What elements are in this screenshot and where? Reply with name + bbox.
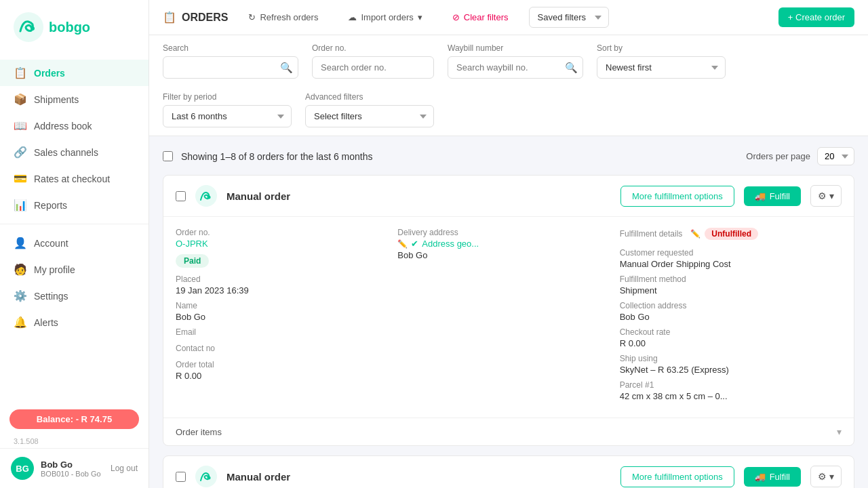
sidebar-item-settings[interactable]: ⚙️ Settings (0, 283, 149, 309)
address-geo-row: ✏️ ✔ Address geo... (397, 239, 619, 249)
order-total-label: Order total (176, 360, 397, 369)
fulfillment-edit-icon[interactable]: ✏️ (690, 229, 701, 239)
advanced-label: Advanced filters (305, 92, 434, 102)
manual-order-logo-2 (195, 466, 217, 487)
order-settings-button-1[interactable]: ⚙ ▾ (810, 185, 842, 207)
sidebar-item-orders[interactable]: 📋 Orders (0, 60, 149, 86)
fulfill-button-1[interactable]: 🚚 Fulfill (744, 186, 801, 206)
select-all-checkbox[interactable] (163, 151, 173, 161)
checkout-rate-label: Checkout rate (620, 327, 842, 337)
search-input[interactable] (163, 56, 298, 79)
order-no-value[interactable]: O-JPRK (176, 239, 397, 249)
customer-requested-field: Customer requested Manual Order Shipping… (620, 248, 842, 269)
orders-area: Showing 1–8 of 8 orders for the last 6 m… (149, 136, 868, 488)
sidebar-item-alerts[interactable]: 🔔 Alerts (0, 309, 149, 336)
order-no-field-label: Order no. (176, 228, 397, 237)
sidebar-item-alerts-label: Alerts (34, 317, 58, 328)
import-orders-button[interactable]: ☁ Import orders ▾ (338, 7, 431, 27)
topbar: 📋 ORDERS ↻ Refresh orders ☁ Import order… (149, 0, 868, 35)
per-page-label: Orders per page (746, 151, 810, 161)
saved-filters-select[interactable]: Saved filters (529, 7, 609, 28)
fulfill-button-2[interactable]: 🚚 Fulfill (744, 467, 801, 487)
order-checkbox-2[interactable] (176, 472, 186, 482)
fulfill-icon: 🚚 (755, 191, 766, 201)
sidebar-item-my-profile-label: My profile (34, 264, 75, 275)
order-checkbox-1[interactable] (176, 191, 186, 201)
collection-address-field: Collection address Bob Go (620, 301, 842, 322)
order-total-field: Order total R 0.00 (176, 360, 397, 381)
waybill-input[interactable] (448, 56, 583, 79)
order-card-2: Manual order More fulfillment options 🚚 … (163, 455, 854, 488)
email-label: Email (176, 327, 397, 337)
fulfill-label-2: Fulfill (770, 472, 790, 482)
customer-requested-label: Customer requested (620, 248, 842, 258)
orders-icon: 📋 (14, 66, 27, 79)
sidebar-item-my-profile[interactable]: 🧑 My profile (0, 256, 149, 283)
per-page-wrap: Orders per page 20 10 50 (746, 147, 854, 165)
sort-select[interactable]: Newest first Oldest first (597, 56, 726, 79)
my-profile-icon: 🧑 (14, 263, 27, 276)
order-no-group: Order no. (312, 43, 434, 79)
import-icon: ☁ (348, 12, 357, 22)
sidebar-item-rates-at-checkout[interactable]: 💳 Rates at checkout (0, 165, 149, 192)
more-fulfillment-options-button-2[interactable]: More fulfillment options (620, 466, 734, 487)
ship-using-field: Ship using SkyNet – R 63.25 (Express) (620, 354, 842, 375)
sidebar-item-sales-channels-label: Sales channels (34, 147, 98, 158)
sidebar: bobgo 📋 Orders 📦 Shipments 📖 Address boo… (0, 0, 149, 488)
order-no-input[interactable] (312, 56, 434, 79)
customer-requested-value: Manual Order Shipping Cost (620, 259, 842, 269)
delivery-edit-icon[interactable]: ✏️ (397, 239, 408, 249)
per-page-select[interactable]: 20 10 50 (817, 147, 854, 165)
sidebar-item-shipments[interactable]: 📦 Shipments (0, 86, 149, 113)
order-no-label: Order no. (312, 43, 434, 53)
second-filter-row: Filter by period Last 6 months Last 3 mo… (163, 92, 854, 127)
delivery-name-value: Bob Go (397, 250, 619, 260)
order-settings-button-2[interactable]: ⚙ ▾ (810, 466, 842, 487)
sidebar-item-reports[interactable]: 📊 Reports (0, 192, 149, 218)
collection-address-label: Collection address (620, 301, 842, 310)
search-wrap: 🔍 (163, 56, 298, 79)
advanced-filters-select[interactable]: Select filters (305, 105, 434, 127)
page-title-text: ORDERS (182, 12, 228, 24)
filters-row: Search 🔍 Order no. Waybill number 🔍 Sort… (149, 35, 868, 136)
order-items-row-1[interactable]: Order items ▾ (163, 418, 854, 445)
sidebar-navigation: 📋 Orders 📦 Shipments 📖 Address book 🔗 Sa… (0, 54, 149, 404)
fulfillment-status-badge: Unfulfilled (705, 228, 758, 240)
address-geo-link[interactable]: Address geo... (422, 239, 479, 249)
email-field-row: Email (176, 327, 397, 338)
paid-badge: Paid (176, 254, 209, 268)
create-order-button[interactable]: + Create order (778, 7, 854, 27)
alerts-icon: 🔔 (14, 316, 27, 329)
advanced-filters-group: Advanced filters Select filters (305, 92, 434, 127)
more-fulfillment-options-button-1[interactable]: More fulfillment options (620, 186, 734, 207)
sidebar-item-account[interactable]: 👤 Account (0, 230, 149, 256)
sidebar-item-address-book[interactable]: 📖 Address book (0, 113, 149, 139)
order-items-label: Order items (176, 427, 222, 437)
settings-chevron-icon: ▾ (829, 190, 834, 201)
period-select[interactable]: Last 6 months Last 3 months Last month (163, 105, 292, 127)
ship-using-label: Ship using (620, 354, 842, 363)
sidebar-logo: bobgo (0, 0, 149, 54)
clear-filters-button[interactable]: ⊘ Clear filters (443, 7, 518, 27)
clear-label: Clear filters (464, 12, 509, 22)
sidebar-item-settings-label: Settings (34, 291, 68, 302)
sales-channels-icon: 🔗 (14, 146, 27, 159)
refresh-label: Refresh orders (260, 12, 318, 22)
waybill-wrap: 🔍 (448, 56, 583, 79)
svg-point-4 (195, 466, 217, 487)
order-details-col: Order no. O-JPRK Paid Placed 19 Jan 2023… (176, 228, 397, 407)
sidebar-item-sales-channels[interactable]: 🔗 Sales channels (0, 139, 149, 165)
placed-field: Placed 19 Jan 2023 16:39 (176, 274, 397, 296)
gear-icon-2: ⚙ (818, 471, 827, 482)
fulfill-icon-2: 🚚 (755, 472, 766, 482)
svg-point-0 (14, 12, 43, 42)
logout-link[interactable]: Log out (111, 464, 138, 473)
sidebar-item-account-label: Account (34, 238, 68, 249)
search-icon-button[interactable]: 🔍 (280, 62, 293, 74)
sort-label: Sort by (597, 43, 726, 53)
user-info: Bob Go BOB010 - Bob Go (41, 460, 104, 478)
waybill-search-icon[interactable]: 🔍 (565, 62, 578, 74)
sidebar-item-orders-label: Orders (34, 68, 65, 79)
refresh-orders-button[interactable]: ↻ Refresh orders (239, 7, 328, 27)
manual-order-logo (195, 185, 217, 207)
